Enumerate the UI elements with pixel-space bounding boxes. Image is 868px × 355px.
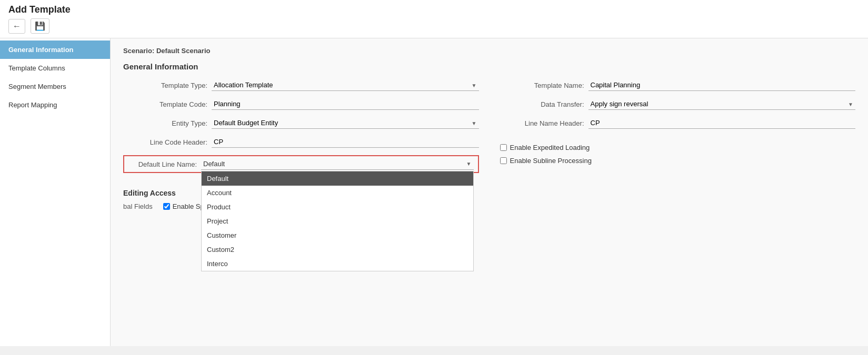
sidebar-item-general-information[interactable]: General Information bbox=[0, 40, 110, 59]
scenario-label: Scenario: bbox=[123, 47, 154, 55]
right-checkboxes: Enable Expedited Loading Enable Subline … bbox=[500, 144, 856, 165]
default-line-name-dropdown: Default Account Product Project Customer… bbox=[201, 171, 474, 271]
line-code-header-label: Line Code Header: bbox=[123, 138, 207, 146]
dropdown-item-default[interactable]: Default bbox=[202, 171, 473, 186]
line-name-header-label: Line Name Header: bbox=[500, 119, 584, 127]
sidebar-item-template-columns[interactable]: Template Columns bbox=[0, 59, 110, 77]
template-name-label: Template Name: bbox=[500, 82, 584, 89]
dropdown-item-customer[interactable]: Customer bbox=[202, 228, 473, 242]
page-title: Add Template bbox=[8, 4, 860, 15]
template-type-select[interactable]: Allocation Template bbox=[212, 79, 479, 91]
enable-subline-processing-label: Enable Subline Processing bbox=[510, 157, 592, 165]
template-code-label: Template Code: bbox=[123, 100, 207, 108]
dropdown-item-custom2[interactable]: Custom2 bbox=[202, 242, 473, 257]
dropdown-item-product[interactable]: Product bbox=[202, 200, 473, 214]
template-type-select-wrapper: Allocation Template ▼ bbox=[212, 79, 479, 91]
enable-expedited-loading-label: Enable Expedited Loading bbox=[510, 144, 590, 151]
entity-type-select-wrapper: Default Budget Entity ▼ bbox=[212, 117, 479, 129]
dropdown-item-project[interactable]: Project bbox=[202, 214, 473, 228]
data-transfer-label: Data Transfer: bbox=[500, 100, 584, 108]
sidebar-item-segment-members[interactable]: Segment Members bbox=[0, 77, 110, 96]
back-button[interactable]: ← bbox=[8, 19, 25, 34]
section-title: General Information bbox=[123, 62, 855, 71]
content-area: Scenario: Default Scenario General Infor… bbox=[111, 38, 868, 346]
enable-subline-processing-checkbox[interactable] bbox=[500, 157, 507, 164]
save-button[interactable]: 💾 bbox=[31, 18, 49, 34]
scenario-value: Default Scenario bbox=[156, 47, 211, 55]
template-code-input[interactable] bbox=[212, 98, 479, 110]
dropdown-item-interco[interactable]: Interco bbox=[202, 257, 473, 271]
template-type-label: Template Type: bbox=[123, 82, 207, 89]
sidebar-item-report-mapping[interactable]: Report Mapping bbox=[0, 96, 110, 114]
line-name-header-input[interactable] bbox=[588, 117, 856, 129]
data-transfer-select-wrapper: Apply sign reversal ▼ bbox=[588, 98, 856, 110]
default-line-name-arrow-icon: ▼ bbox=[466, 161, 472, 167]
line-code-header-input[interactable] bbox=[212, 136, 479, 148]
scenario-bar: Scenario: Default Scenario bbox=[123, 47, 855, 55]
enable-spreads-checkbox[interactable] bbox=[163, 203, 170, 210]
enable-expedited-loading-checkbox[interactable] bbox=[500, 144, 507, 151]
default-line-name-label: Default Line Name: bbox=[128, 160, 197, 168]
data-transfer-select[interactable]: Apply sign reversal bbox=[588, 98, 856, 110]
dropdown-item-account[interactable]: Account bbox=[202, 186, 473, 200]
template-name-input[interactable] bbox=[588, 79, 856, 91]
entity-type-select[interactable]: Default Budget Entity bbox=[212, 117, 479, 129]
default-line-name-value: Default bbox=[203, 160, 466, 168]
sidebar: General InformationTemplate ColumnsSegme… bbox=[0, 38, 111, 346]
global-fields-label: bal Fields bbox=[123, 202, 153, 210]
entity-type-label: Entity Type: bbox=[123, 119, 207, 127]
